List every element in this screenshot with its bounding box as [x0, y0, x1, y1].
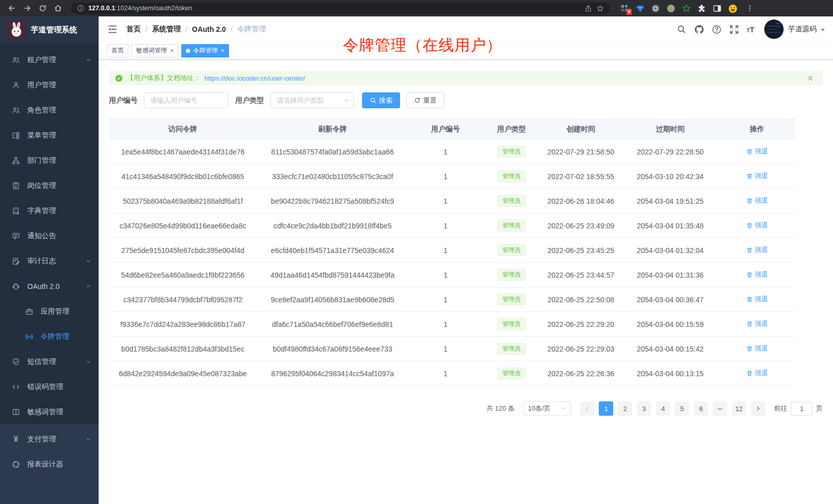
sidebar-item-label: 菜单管理 — [27, 131, 56, 140]
sidebar-item-notice[interactable]: 通知公告 — [0, 223, 99, 248]
force-logout-button[interactable]: 强退 — [746, 147, 768, 156]
force-logout-button[interactable]: 强退 — [746, 270, 768, 279]
access-token-cell: 41c41346a548490f9dc8b01c6bfe0865 — [109, 164, 257, 189]
sidebar-item-oauth2-app[interactable]: 应用管理 — [0, 299, 99, 324]
address-bar[interactable]: 127.0.0.1:1024/system/oauth2/token — [71, 3, 610, 14]
table-row: 6d842e2924594de9a09e45e087323abe8796295f… — [109, 361, 795, 386]
force-logout-button[interactable]: 强退 — [746, 295, 768, 304]
sidebar-item-sensitive-word[interactable]: 敏感词管理 — [0, 399, 99, 424]
browser-back-icon[interactable] — [5, 2, 18, 15]
sidebar-item-oauth2-token[interactable]: 令牌管理 — [0, 324, 99, 349]
extension-gem-icon[interactable] — [636, 4, 645, 13]
browser-menu-icon[interactable] — [743, 2, 756, 15]
tab-close-icon[interactable]: × — [170, 48, 174, 54]
sidebar-item-label: 用户管理 — [27, 81, 56, 90]
user-type-badge: 管理员 — [497, 220, 526, 231]
alert-doc-link[interactable]: https://doc.iocoder.cn/user-center/ — [204, 74, 305, 82]
column-header: 过期时间 — [621, 119, 719, 140]
tab-close-icon[interactable]: × — [221, 48, 224, 54]
user-type-select-input[interactable] — [270, 92, 354, 108]
table-row: 41c41346a548490f9dc8b01c6bfe0865333ecfc7… — [109, 164, 795, 189]
breadcrumb-item[interactable]: 系统管理 — [152, 25, 181, 34]
tab-sensitive-words[interactable]: 敏感词管理× — [131, 44, 178, 57]
app-logo[interactable]: 芋道管理系统 — [0, 16, 99, 43]
breadcrumb: 首页/系统管理/OAuth 2.0/令牌管理 — [126, 25, 266, 34]
user-type-badge: 管理员 — [497, 318, 526, 330]
sidebar-item-dept[interactable]: 部门管理 — [0, 148, 99, 173]
created-time-cell: 2022-06-25 22:29:20 — [540, 312, 621, 337]
share-icon[interactable] — [584, 5, 592, 12]
action-cell: 强退 — [719, 312, 795, 337]
page-button-6[interactable]: 6 — [694, 401, 708, 416]
more-pages-button[interactable]: ••• — [713, 401, 727, 416]
help-icon[interactable] — [712, 25, 722, 34]
sidebar-item-menu[interactable]: 菜单管理 — [0, 123, 99, 148]
refresh-token-cell: 811c530487574fa0af1a59d3abc1aa66 — [257, 140, 408, 164]
extension-record-icon[interactable] — [667, 4, 675, 13]
user-menu[interactable]: 芋道源码 — [764, 20, 825, 39]
fullscreen-icon[interactable] — [729, 25, 739, 34]
user-id-input[interactable] — [144, 92, 228, 108]
prev-page-button[interactable] — [580, 401, 594, 416]
site-info-icon[interactable] — [77, 5, 84, 12]
sidebar-item-pay[interactable]: ¥支付管理 — [0, 427, 99, 452]
sidebar-item-oauth2[interactable]: OAuth 2.0 — [0, 274, 99, 299]
browser-reload-icon[interactable] — [36, 2, 49, 15]
sidebar-item-label: 字典管理 — [27, 206, 56, 216]
side-panel-icon[interactable] — [713, 4, 722, 13]
page-button-1[interactable]: 1 — [599, 401, 613, 416]
sidebar-item-role[interactable]: 角色管理 — [0, 98, 99, 123]
sidebar-item-sms[interactable]: 短信管理 — [0, 349, 99, 374]
created-time-cell: 2022-06-25 23:44:57 — [540, 263, 621, 287]
created-time-cell: 2022-06-25 23:49:09 — [540, 214, 621, 238]
force-logout-button[interactable]: 强退 — [746, 196, 768, 205]
goto-page-input[interactable] — [791, 402, 812, 416]
browser-home-icon[interactable] — [51, 2, 65, 15]
page-size-select[interactable]: 10条/页 — [523, 401, 571, 416]
search-button[interactable]: 搜索 — [362, 92, 400, 108]
pagination: 共 120 条 10条/页 123456•••12 前往 — [109, 401, 823, 416]
sidebar-item-dict[interactable]: 字典管理 — [0, 198, 99, 223]
extension-star-icon[interactable] — [682, 4, 691, 13]
breadcrumb-item[interactable]: 首页 — [126, 25, 141, 34]
table-row: c342377bf8b344799dcbf7bf095287f29ce8ef2a… — [109, 287, 795, 312]
alert-close-icon[interactable]: ✕ — [807, 74, 813, 82]
page-button-4[interactable]: 4 — [656, 401, 670, 416]
sidebar-item-user[interactable]: 用户管理 — [0, 72, 99, 98]
tab-home[interactable]: 首页 — [107, 44, 128, 57]
page-button-5[interactable]: 5 — [675, 401, 689, 416]
browser-forward-icon[interactable] — [21, 2, 34, 15]
font-size-icon[interactable]: TT — [747, 25, 754, 34]
expire-time-cell: 2054-03-04 01:35:48 — [621, 214, 719, 238]
extension-command-icon[interactable] — [651, 4, 660, 13]
page-button-3[interactable]: 3 — [637, 401, 651, 416]
audit-icon — [11, 257, 21, 266]
bookmark-star-icon[interactable] — [596, 5, 604, 12]
force-logout-button[interactable]: 强退 — [746, 171, 768, 181]
sidebar-item-audit-log[interactable]: 审计日志 — [0, 248, 99, 274]
force-logout-button[interactable]: 强退 — [746, 319, 768, 328]
force-logout-button[interactable]: 强退 — [746, 369, 768, 378]
breadcrumb-item[interactable]: OAuth 2.0 — [192, 25, 226, 33]
force-logout-button[interactable]: 强退 — [746, 344, 768, 353]
page-button-12[interactable]: 12 — [732, 401, 746, 416]
url-text: 127.0.0.1:1024/system/oauth2/token — [88, 5, 580, 12]
next-page-button[interactable] — [751, 401, 765, 416]
page-button-2[interactable]: 2 — [618, 401, 632, 416]
sidebar-item-post[interactable]: 岗位管理 — [0, 173, 99, 198]
search-icon[interactable] — [677, 25, 687, 34]
force-logout-button[interactable]: 强退 — [746, 245, 768, 255]
profile-avatar-icon[interactable] — [728, 4, 737, 13]
extension-grid-icon[interactable]: 9 — [620, 4, 629, 13]
sidebar-item-error-code[interactable]: 错误码管理 — [0, 374, 99, 399]
sidebar-collapse-icon[interactable] — [107, 24, 118, 35]
sidebar-item-report-designer[interactable]: 报表设计器 — [0, 452, 99, 477]
user-type-select[interactable] — [270, 92, 354, 108]
reset-button[interactable]: 重置 — [406, 92, 444, 108]
sidebar-item-tenant[interactable]: 租户管理 — [0, 47, 99, 72]
tab-token[interactable]: 令牌管理× — [181, 44, 229, 57]
force-logout-button[interactable]: 强退 — [746, 221, 768, 230]
extensions-puzzle-icon[interactable] — [697, 4, 706, 13]
github-icon[interactable] — [694, 25, 704, 34]
user-type-badge: 管理员 — [497, 294, 526, 305]
